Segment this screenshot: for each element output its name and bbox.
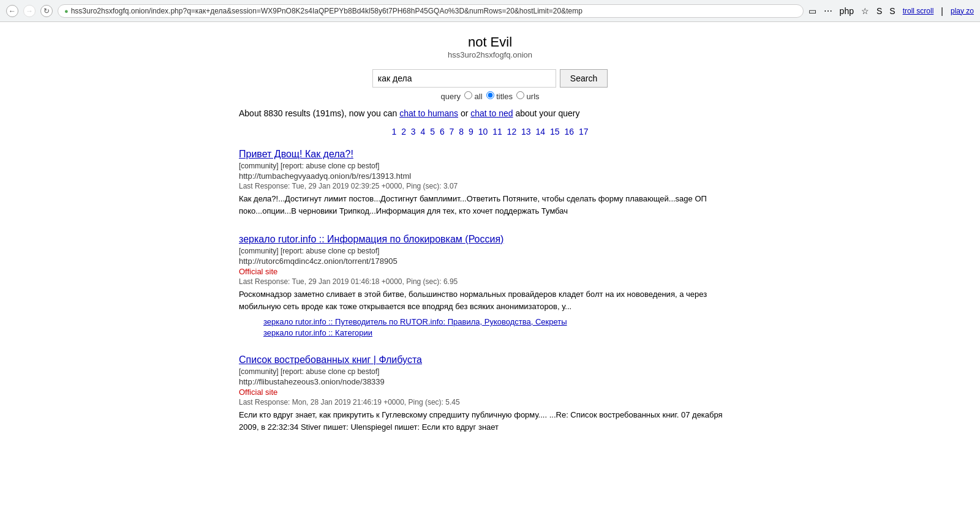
result-snippet: Как дела?!...Достигнут лимит постов...До… xyxy=(239,193,741,217)
option-all-radio[interactable] xyxy=(464,91,472,99)
page-link[interactable]: 6 xyxy=(440,127,445,137)
option-urls-label[interactable]: urls xyxy=(516,91,540,101)
bookmark-icon: ☆ xyxy=(861,6,869,16)
reload-button[interactable]: ↻ xyxy=(40,5,53,17)
search-row: Search xyxy=(239,69,741,88)
page-link[interactable]: 3 xyxy=(411,127,416,137)
sub-result-link[interactable]: зеркало rutor.info :: Путеводитель по RU… xyxy=(263,317,741,326)
result-ping: Last Response: Mon, 28 Jan 2019 21:46:19… xyxy=(239,398,741,406)
site-title: not Evil xyxy=(239,34,741,50)
page-link[interactable]: 7 xyxy=(450,127,454,137)
lock-icon: ● xyxy=(64,7,69,15)
chat-ned-link[interactable]: chat to ned xyxy=(470,108,513,118)
separator: | xyxy=(941,6,943,16)
result-item: зеркало rutor.info :: Информация по блок… xyxy=(239,234,741,337)
search-input[interactable] xyxy=(372,69,556,88)
page-link[interactable]: 9 xyxy=(469,127,473,137)
page-link[interactable]: 15 xyxy=(550,127,560,137)
page-link[interactable]: 16 xyxy=(564,127,574,137)
result-url[interactable]: http://tumbachegvyaadyq.onion/b/res/1391… xyxy=(239,171,741,181)
results-info: About 8830 results (191ms), now you can … xyxy=(239,108,741,118)
result-title[interactable]: Привет Двощ! Как дела?! xyxy=(239,149,741,160)
option-urls-radio[interactable] xyxy=(516,91,524,99)
play-zo-link[interactable]: play zo xyxy=(951,7,974,15)
page-link[interactable]: 5 xyxy=(430,127,435,137)
page-link[interactable]: 10 xyxy=(478,127,488,137)
result-official-site: Official site xyxy=(239,388,741,397)
search-button[interactable]: Search xyxy=(560,69,608,88)
page-link[interactable]: 2 xyxy=(401,127,406,137)
page-link[interactable]: 13 xyxy=(521,127,531,137)
page-link[interactable]: 8 xyxy=(459,127,464,137)
page-link[interactable]: 11 xyxy=(492,127,502,137)
result-ping: Last Response: Tue, 29 Jan 2019 02:39:25… xyxy=(239,182,741,190)
result-item: Список востребованных книг | Флибуста[co… xyxy=(239,354,741,433)
result-snippet: Если кто вдруг знает, как прикрутить к Г… xyxy=(239,409,741,433)
sub-result-link[interactable]: зеркало rutor.info :: Категории xyxy=(263,328,741,337)
result-meta: [community] [report: abuse clone cp best… xyxy=(239,247,741,255)
sub-results: зеркало rutor.info :: Путеводитель по RU… xyxy=(263,317,741,337)
menu-icon: ⋯ xyxy=(824,6,832,16)
address-bar[interactable]: ● hss3uro2hsxfogfq.onion/index.php?q=как… xyxy=(58,4,804,18)
troll-scroll-link[interactable]: troll scroll xyxy=(903,7,934,15)
option-all-label[interactable]: all xyxy=(464,91,483,101)
result-title[interactable]: зеркало rutor.info :: Информация по блок… xyxy=(239,234,741,245)
result-meta: [community] [report: abuse clone cp best… xyxy=(239,162,741,170)
result-item: Привет Двощ! Как дела?![community] [repo… xyxy=(239,149,741,217)
page-content: not Evil hss3uro2hsxfogfq.onion Search q… xyxy=(214,22,766,462)
profile-icon-s2: S xyxy=(889,6,895,16)
search-form: Search query all titles urls xyxy=(239,69,741,101)
browser-toolbar: ← → ↻ ● hss3uro2hsxfogfq.onion/index.php… xyxy=(0,0,980,22)
result-url[interactable]: http://rutorc6mqdinc4cz.onion/torrent/17… xyxy=(239,257,741,266)
results-or: or xyxy=(461,108,468,118)
profile-icon-s: S xyxy=(876,6,882,16)
back-button[interactable]: ← xyxy=(6,5,18,17)
option-titles-label[interactable]: titles xyxy=(486,91,513,101)
chat-humans-link[interactable]: chat to humans xyxy=(399,108,458,118)
browser-actions: ▭ ⋯ php ☆ S S troll scroll | play zo xyxy=(809,6,974,16)
results-about: about your query xyxy=(515,108,579,118)
result-ping: Last Response: Tue, 29 Jan 2019 01:46:18… xyxy=(239,277,741,286)
forward-button[interactable]: → xyxy=(23,5,36,17)
page-link[interactable]: 1 xyxy=(391,127,396,137)
extensions-icon: ▭ xyxy=(809,6,816,16)
result-meta: [community] [report: abuse clone cp best… xyxy=(239,367,741,376)
php-badge: php xyxy=(840,6,854,16)
result-url[interactable]: http://flibustahezeous3.onion/node/38339 xyxy=(239,377,741,386)
page-link[interactable]: 14 xyxy=(536,127,546,137)
search-options: query all titles urls xyxy=(239,91,741,101)
results-list: Привет Двощ! Как дела?![community] [repo… xyxy=(239,149,741,433)
result-title[interactable]: Список востребованных книг | Флибуста xyxy=(239,354,741,365)
option-titles-radio[interactable] xyxy=(486,91,494,99)
pagination: 1 2 3 4 5 6 7 8 9 10 11 12 13 14 15 16 1… xyxy=(239,127,741,137)
result-official-site: Official site xyxy=(239,267,741,276)
page-link[interactable]: 12 xyxy=(507,127,517,137)
query-label: query xyxy=(440,92,461,101)
page-link[interactable]: 4 xyxy=(421,127,426,137)
result-snippet: Роскомнадзор заметно сливает в этой битв… xyxy=(239,288,741,312)
site-header: not Evil hss3uro2hsxfogfq.onion xyxy=(239,34,741,59)
url-text: hss3uro2hsxfogfq.onion/index.php?q=как+д… xyxy=(71,7,582,15)
site-subtitle: hss3uro2hsxfogfq.onion xyxy=(239,50,741,59)
results-summary: About 8830 results (191ms), now you can xyxy=(239,108,397,118)
page-link[interactable]: 17 xyxy=(579,127,589,137)
